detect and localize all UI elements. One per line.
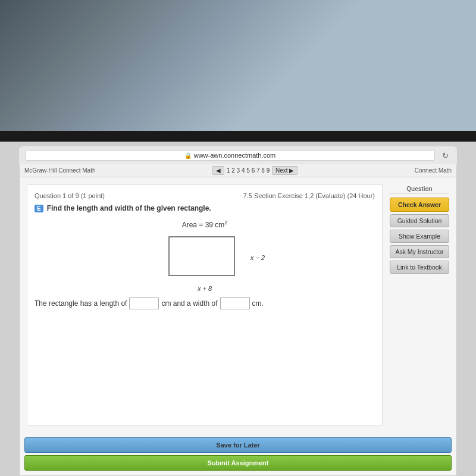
question-number: Question 1 of 9 (1 point) — [35, 192, 105, 199]
link-textbook-button[interactable]: Link to Textbook — [390, 261, 449, 274]
width-input[interactable] — [220, 298, 250, 309]
question-header: Question 1 of 9 (1 point) 7.5 Section Ex… — [35, 192, 375, 199]
laptop-screen: 🔒 www-awn.connectmath.com ↻ McGraw-Hill … — [0, 142, 476, 476]
prev-button[interactable]: ◀ — [212, 166, 224, 175]
answer-unit1: cm and a width of — [161, 299, 217, 308]
e-badge: E — [35, 205, 43, 212]
toolbar-brand: Connect Math — [415, 167, 452, 174]
diagram-area: Area = 39 cm2 x − 2 x + 8 — [35, 220, 375, 283]
answer-prefix: The rectangle has a length of — [35, 299, 127, 308]
nav-controls: ◀ 1 2 3 4 5 6 7 8 9 Next ▶ — [212, 166, 298, 175]
area-label: Area = 39 cm2 — [35, 220, 375, 229]
section-label: 7.5 Section Exercise 1,2 (Evaluate) (24 … — [243, 192, 375, 199]
sidebar: Question Check Answer Guided Solution Sh… — [390, 184, 449, 425]
lock-icon: 🔒 — [184, 152, 192, 159]
dark-bar — [0, 131, 476, 142]
sidebar-section-label: Question — [390, 184, 449, 194]
length-input[interactable] — [129, 298, 159, 309]
bottom-buttons: Save for Later Submit Assignment — [20, 433, 456, 475]
check-answer-button[interactable]: Check Answer — [390, 198, 449, 212]
ask-instructor-button[interactable]: Ask My Instructor — [390, 245, 449, 258]
save-later-button[interactable]: Save for Later — [24, 437, 452, 453]
show-example-button[interactable]: Show Example — [390, 230, 449, 243]
rectangle-diagram: x − 2 x + 8 — [166, 234, 243, 281]
refresh-button[interactable]: ↻ — [440, 151, 451, 160]
content-wrapper: Question 1 of 9 (1 point) 7.5 Section Ex… — [19, 177, 457, 476]
browser-chrome: 🔒 www-awn.connectmath.com ↻ — [19, 146, 457, 164]
answer-row: The rectangle has a length of cm and a w… — [35, 298, 375, 309]
submit-assignment-button[interactable]: Submit Assignment — [24, 455, 452, 471]
address-bar[interactable]: 🔒 www-awn.connectmath.com — [25, 150, 435, 161]
guided-solution-button[interactable]: Guided Solution — [390, 214, 449, 227]
prompt-text: Find the length and width of the given r… — [47, 204, 211, 212]
toolbar-site-name: McGraw-Hill Connect Math — [24, 167, 95, 174]
svg-rect-0 — [169, 237, 234, 275]
address-text: www-awn.connectmath.com — [194, 152, 276, 159]
question-prompt: E Find the length and width of the given… — [35, 204, 375, 212]
answer-unit2: cm. — [252, 299, 264, 308]
browser-toolbar: McGraw-Hill Connect Math ◀ 1 2 3 4 5 6 7… — [19, 164, 457, 177]
x-plus-label: x + 8 — [198, 285, 212, 292]
next-button[interactable]: Next ▶ — [272, 166, 298, 175]
x-minus-label: x − 2 — [250, 254, 265, 261]
room-background — [0, 0, 476, 131]
rectangle-svg — [166, 234, 243, 281]
content-body: Question 1 of 9 (1 point) 7.5 Section Ex… — [20, 177, 456, 433]
question-area: Question 1 of 9 (1 point) 7.5 Section Ex… — [27, 184, 383, 425]
